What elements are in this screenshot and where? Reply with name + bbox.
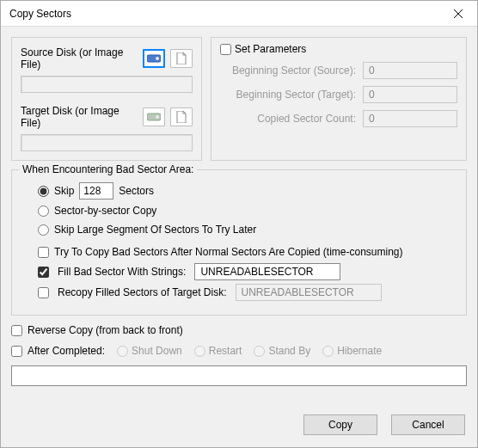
beginning-target-label: Beginning Sector (Target): — [220, 89, 363, 101]
hibernate-label: Hibernate — [337, 345, 382, 357]
source-disk-button[interactable] — [143, 49, 165, 68]
recopy-checkbox[interactable] — [38, 287, 49, 298]
document-icon — [176, 52, 187, 64]
copy-button[interactable]: Copy — [303, 414, 377, 435]
after-completed-checkbox[interactable] — [11, 346, 22, 357]
bad-sector-group: When Encountering Bad Sector Area: Skip … — [11, 169, 467, 316]
target-file-button[interactable] — [170, 107, 193, 126]
hibernate-radio[interactable] — [322, 346, 334, 357]
target-disk-display — [21, 134, 193, 151]
close-icon — [454, 9, 463, 18]
source-disk-display — [21, 76, 193, 93]
skip-large-radio[interactable] — [38, 224, 49, 236]
try-copy-bad-label: Try To Copy Bad Sectors After Normal Sec… — [54, 246, 403, 258]
after-completed-label: After Completed: — [28, 345, 105, 357]
parameters-panel: Set Parameters Beginning Sector (Source)… — [211, 37, 467, 161]
fill-bad-input[interactable] — [194, 263, 340, 280]
fill-bad-checkbox[interactable] — [38, 267, 49, 278]
fill-bad-label: Fill Bad Sector With Strings: — [58, 266, 186, 278]
target-disk-button[interactable] — [143, 107, 165, 126]
skip-count-input[interactable] — [79, 182, 113, 199]
set-parameters-checkbox[interactable] — [220, 44, 231, 55]
skip-label: Skip — [54, 185, 74, 197]
disk-icon — [147, 113, 161, 121]
disk-panel: Source Disk (or Image File) Target Dis — [11, 37, 202, 161]
target-disk-label: Target Disk (or Image File) — [21, 105, 138, 129]
beginning-target-input[interactable] — [363, 86, 457, 103]
reverse-copy-checkbox[interactable] — [11, 325, 22, 336]
recopy-input[interactable] — [236, 284, 382, 301]
shutdown-radio[interactable] — [117, 346, 128, 357]
standby-radio[interactable] — [254, 346, 265, 357]
copied-count-label: Copied Sector Count: — [220, 113, 363, 125]
restart-label: Restart — [209, 345, 242, 357]
restart-radio[interactable] — [194, 346, 205, 357]
window-title: Copy Sectors — [9, 8, 71, 20]
titlebar: Copy Sectors — [1, 1, 477, 27]
try-copy-bad-checkbox[interactable] — [38, 247, 49, 258]
cancel-button[interactable]: Cancel — [391, 414, 465, 435]
sector-by-sector-radio[interactable] — [38, 206, 49, 217]
bad-sector-legend: When Encountering Bad Sector Area: — [19, 163, 197, 175]
close-button[interactable] — [439, 1, 477, 27]
reverse-copy-label: Reverse Copy (from back to front) — [28, 324, 183, 336]
skip-suffix-label: Sectors — [119, 185, 154, 197]
copied-count-input[interactable] — [363, 110, 457, 127]
beginning-source-input[interactable] — [363, 62, 457, 79]
disk-icon — [147, 54, 161, 63]
set-parameters-label: Set Parameters — [235, 43, 306, 55]
progress-display — [11, 365, 467, 386]
sector-by-sector-label: Sector-by-sector Copy — [54, 205, 156, 217]
dialog-content: Source Disk (or Image File) Target Dis — [1, 27, 477, 447]
recopy-label: Recopy Filled Sectors of Target Disk: — [58, 286, 227, 298]
source-file-button[interactable] — [170, 49, 193, 68]
svg-point-5 — [156, 115, 159, 119]
document-icon — [176, 111, 187, 123]
svg-point-3 — [156, 57, 159, 60]
skip-radio[interactable] — [38, 186, 49, 197]
source-disk-label: Source Disk (or Image File) — [21, 46, 138, 71]
standby-label: Stand By — [268, 345, 310, 357]
skip-large-label: Skip Large Segment Of Sectors To Try Lat… — [54, 224, 256, 236]
shutdown-label: Shut Down — [132, 345, 182, 357]
beginning-source-label: Beginning Sector (Source): — [220, 64, 363, 77]
